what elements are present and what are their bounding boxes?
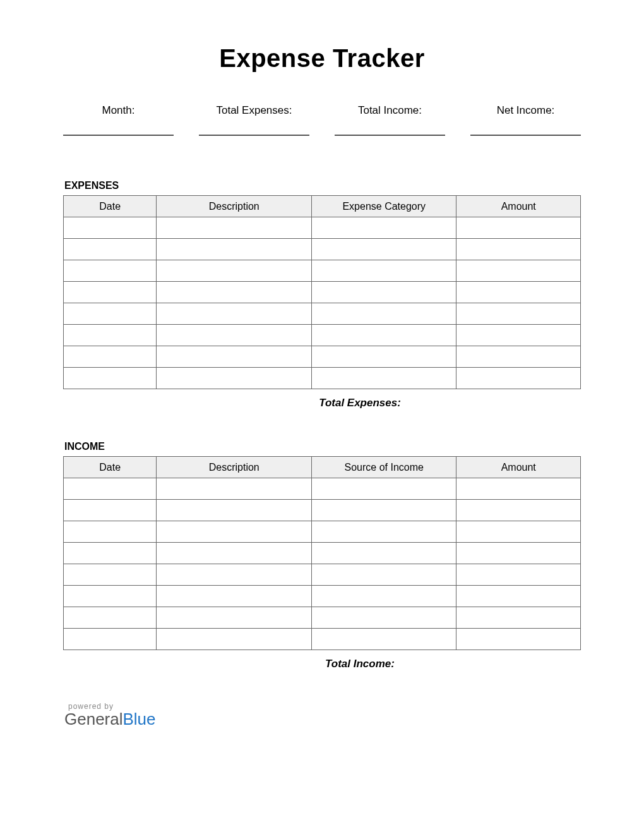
table-cell[interactable]: [312, 607, 456, 629]
table-cell[interactable]: [456, 239, 581, 260]
table-cell[interactable]: [157, 325, 312, 346]
table-cell[interactable]: [64, 260, 157, 282]
table-row: [64, 521, 581, 543]
footer-brand-part2: Blue: [123, 710, 156, 728]
table-cell[interactable]: [456, 217, 581, 239]
summary-month-input[interactable]: [63, 135, 174, 136]
income-col-description: Description: [157, 457, 312, 478]
table-cell[interactable]: [64, 564, 157, 586]
table-cell[interactable]: [64, 586, 157, 607]
table-cell[interactable]: [64, 282, 157, 303]
summary-total-expenses-label: Total Expenses:: [199, 104, 309, 117]
table-cell[interactable]: [157, 607, 312, 629]
table-cell[interactable]: [157, 586, 312, 607]
table-cell[interactable]: [64, 325, 157, 346]
table-cell[interactable]: [456, 629, 581, 650]
table-cell[interactable]: [456, 478, 581, 500]
table-cell[interactable]: [456, 260, 581, 282]
table-cell[interactable]: [157, 346, 312, 368]
expenses-table: Date Description Expense Category Amount: [63, 195, 581, 389]
table-cell[interactable]: [157, 303, 312, 325]
table-row: [64, 586, 581, 607]
footer-brand: GeneralBlue: [64, 710, 581, 729]
table-cell[interactable]: [456, 543, 581, 564]
table-cell[interactable]: [157, 368, 312, 389]
table-cell[interactable]: [157, 239, 312, 260]
table-cell[interactable]: [312, 564, 456, 586]
expenses-col-date: Date: [64, 196, 157, 217]
table-cell[interactable]: [64, 303, 157, 325]
summary-total-expenses-input[interactable]: [199, 135, 309, 136]
table-cell[interactable]: [64, 217, 157, 239]
table-cell[interactable]: [157, 629, 312, 650]
footer: powered by GeneralBlue: [63, 702, 581, 729]
expenses-col-category: Expense Category: [312, 196, 456, 217]
summary-total-income: Total Income:: [335, 104, 445, 136]
table-row: [64, 325, 581, 346]
table-row: [64, 346, 581, 368]
table-cell[interactable]: [157, 260, 312, 282]
summary-total-income-label: Total Income:: [335, 104, 445, 117]
table-row: [64, 543, 581, 564]
table-cell[interactable]: [456, 521, 581, 543]
expenses-total-label: Total Expenses:: [63, 397, 581, 409]
table-cell[interactable]: [456, 303, 581, 325]
table-cell[interactable]: [312, 500, 456, 521]
table-cell[interactable]: [64, 478, 157, 500]
table-cell[interactable]: [312, 521, 456, 543]
table-cell[interactable]: [64, 629, 157, 650]
table-cell[interactable]: [64, 368, 157, 389]
table-row: [64, 607, 581, 629]
table-cell[interactable]: [157, 217, 312, 239]
table-cell[interactable]: [312, 282, 456, 303]
table-row: [64, 217, 581, 239]
table-cell[interactable]: [312, 217, 456, 239]
table-cell[interactable]: [64, 346, 157, 368]
income-col-source: Source of Income: [312, 457, 456, 478]
table-cell[interactable]: [157, 564, 312, 586]
table-cell[interactable]: [312, 478, 456, 500]
table-row: [64, 368, 581, 389]
table-row: [64, 260, 581, 282]
summary-net-income-input[interactable]: [470, 135, 581, 136]
summary-total-income-input[interactable]: [335, 135, 445, 136]
table-cell[interactable]: [64, 521, 157, 543]
summary-net-income: Net Income:: [470, 104, 581, 136]
table-cell[interactable]: [456, 607, 581, 629]
table-cell[interactable]: [64, 500, 157, 521]
table-cell[interactable]: [312, 586, 456, 607]
income-col-amount: Amount: [456, 457, 581, 478]
table-cell[interactable]: [157, 500, 312, 521]
summary-month: Month:: [63, 104, 174, 136]
table-cell[interactable]: [312, 368, 456, 389]
table-cell[interactable]: [456, 586, 581, 607]
table-cell[interactable]: [312, 239, 456, 260]
table-row: [64, 564, 581, 586]
income-heading: INCOME: [64, 441, 581, 452]
table-cell[interactable]: [64, 607, 157, 629]
table-cell[interactable]: [456, 500, 581, 521]
table-cell[interactable]: [312, 260, 456, 282]
expenses-heading: EXPENSES: [64, 180, 581, 191]
table-cell[interactable]: [312, 303, 456, 325]
table-cell[interactable]: [157, 282, 312, 303]
table-cell[interactable]: [64, 543, 157, 564]
table-cell[interactable]: [312, 325, 456, 346]
table-cell[interactable]: [157, 543, 312, 564]
table-cell[interactable]: [157, 521, 312, 543]
table-cell[interactable]: [157, 478, 312, 500]
table-cell[interactable]: [312, 629, 456, 650]
table-cell[interactable]: [456, 346, 581, 368]
table-cell[interactable]: [456, 368, 581, 389]
summary-month-label: Month:: [63, 104, 174, 117]
table-cell[interactable]: [312, 543, 456, 564]
table-cell[interactable]: [456, 564, 581, 586]
table-cell[interactable]: [64, 239, 157, 260]
table-cell[interactable]: [456, 325, 581, 346]
table-row: [64, 500, 581, 521]
table-cell[interactable]: [456, 282, 581, 303]
page-title: Expense Tracker: [63, 44, 581, 73]
income-col-date: Date: [64, 457, 157, 478]
table-row: [64, 303, 581, 325]
table-cell[interactable]: [312, 346, 456, 368]
